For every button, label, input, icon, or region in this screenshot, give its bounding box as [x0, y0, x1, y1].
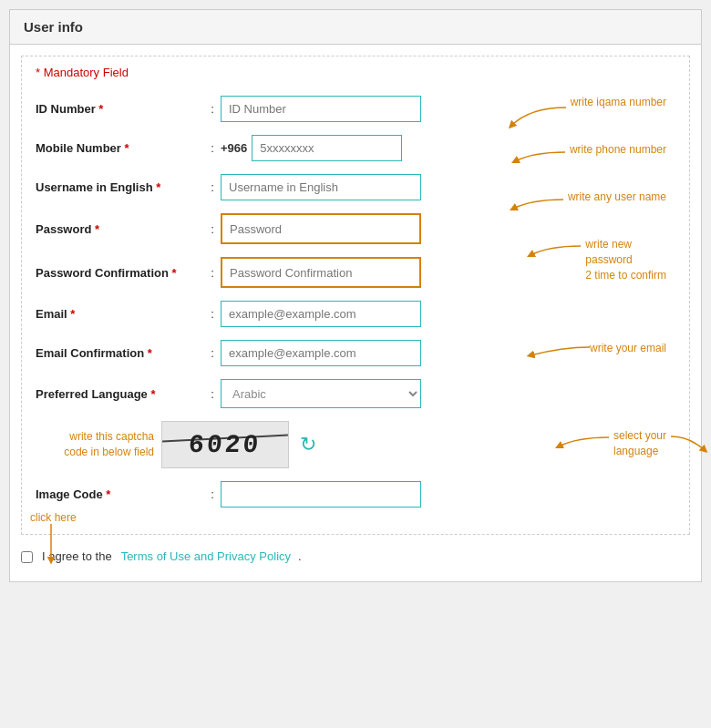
id-number-row: ID Number * : write iqama number	[36, 96, 675, 122]
email-arrow	[517, 344, 599, 390]
id-number-input[interactable]	[221, 96, 421, 122]
id-number-label: ID Number *	[36, 102, 204, 116]
phone-arrow	[506, 148, 579, 175]
language-label: Preferred Language *	[36, 387, 204, 401]
password-confirm-colon: :	[204, 266, 221, 280]
panel-header: User info	[10, 10, 701, 45]
username-colon: :	[204, 180, 221, 194]
username-arrow	[504, 195, 577, 222]
terms-period: .	[298, 549, 302, 563]
email-input[interactable]	[221, 301, 421, 327]
mobile-colon: :	[204, 141, 221, 155]
language-colon: :	[204, 387, 221, 401]
language-required-mark: *	[150, 387, 155, 401]
username-annotation: write any user name	[568, 190, 666, 203]
captcha-arrow	[666, 432, 711, 464]
email-required-mark: *	[70, 307, 75, 321]
iqama-arrow	[502, 103, 575, 139]
image-code-input-wrapper	[221, 481, 675, 508]
password-label: Password *	[36, 222, 204, 236]
password-annotation: write newpassword2 time to confirm	[585, 237, 666, 282]
phone-annotation: write phone number	[570, 143, 666, 156]
email-confirm-required-mark: *	[148, 346, 152, 360]
email-annotation: write your email	[590, 342, 666, 354]
image-code-required-mark: *	[106, 487, 110, 501]
password-colon: :	[204, 222, 221, 236]
iqama-annotation: write iqama number	[571, 96, 666, 108]
email-confirm-label: Email Confirmation *	[36, 346, 204, 360]
panel-title: User info	[24, 19, 83, 35]
password-input[interactable]	[230, 222, 412, 236]
image-code-colon: :	[204, 487, 221, 501]
clickhere-arrow	[37, 522, 65, 568]
captcha-annotation: write this captchacode in below field	[36, 429, 154, 460]
language-select[interactable]: Arabic English	[221, 379, 421, 408]
id-colon: :	[204, 102, 221, 116]
clickhere-annotation: click here	[30, 511, 77, 524]
email-colon: :	[204, 307, 221, 321]
email-confirm-input[interactable]	[221, 340, 421, 366]
username-input[interactable]	[221, 174, 421, 200]
password-confirm-label: Password Confirmation *	[36, 266, 204, 280]
password-confirm-required-mark: *	[172, 266, 177, 280]
id-required-mark: *	[98, 102, 103, 116]
password-arrow	[521, 241, 594, 273]
user-info-panel: User info * Mandatory Field ID Number * …	[9, 9, 702, 582]
username-label: Username in English *	[36, 180, 204, 194]
form-area: ID Number * : write iqama number	[36, 96, 675, 408]
terms-area: click here I agree to the Terms of Use a…	[21, 549, 690, 563]
terms-checkbox[interactable]	[21, 551, 33, 563]
captcha-row: write this captchacode in below field 60…	[36, 421, 675, 468]
mobile-number-label: Mobile Number *	[36, 141, 204, 155]
username-row: Username in English * : write any user n…	[36, 174, 675, 200]
captcha-refresh-button[interactable]: ↻	[300, 433, 316, 456]
password-required-mark: *	[95, 222, 99, 236]
image-code-row: Image Code * :	[36, 481, 675, 508]
email-input-wrapper	[221, 301, 675, 327]
form-container: * Mandatory Field ID Number * : write iq…	[21, 56, 690, 535]
email-confirm-colon: :	[204, 346, 221, 360]
terms-link[interactable]: Terms of Use and Privacy Policy	[121, 549, 291, 563]
email-row: Email * : write your email	[36, 301, 675, 327]
email-label: Email *	[36, 307, 204, 321]
image-code-input[interactable]	[221, 481, 421, 508]
captcha-image: 6020	[161, 421, 289, 468]
mobile-input[interactable]	[252, 135, 402, 161]
mobile-number-row: Mobile Number * : +966 write phone numbe…	[36, 135, 675, 161]
captcha-value: 6020	[188, 431, 263, 459]
mobile-required-mark: *	[125, 141, 129, 155]
mobile-prefix: +966	[221, 141, 247, 155]
mandatory-label: * Mandatory Field	[36, 66, 675, 79]
email-confirm-arrow	[593, 386, 675, 414]
image-code-label: Image Code *	[36, 487, 204, 501]
password-row: Password * : write newpassword2 time to …	[36, 213, 675, 244]
password-confirm-input[interactable]	[230, 266, 412, 280]
username-required-mark: *	[156, 180, 160, 194]
